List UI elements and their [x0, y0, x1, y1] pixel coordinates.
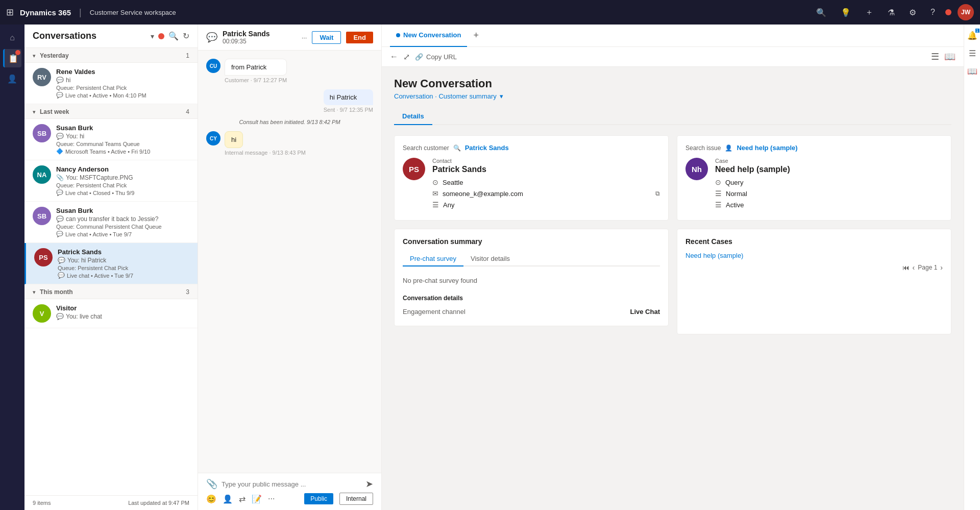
items-count: 9 items [33, 500, 51, 506]
conv-preview: 💬 You: live chat [56, 313, 189, 320]
chat-header-icon: 💬 [206, 32, 217, 43]
expand-icon[interactable]: ⤢ [403, 52, 410, 62]
book-icon[interactable]: 📖 [944, 51, 955, 62]
help-nav-icon[interactable]: ? [926, 8, 939, 17]
recent-cases-card: Recent Cases Need help (sample) ⏮ ‹ Page… [677, 229, 951, 334]
send-icon[interactable]: ➤ [365, 478, 373, 490]
next-page-icon[interactable]: › [940, 263, 943, 272]
copy-email-icon[interactable]: ⧉ [655, 190, 660, 197]
list-right-icon[interactable]: ☰ [967, 46, 978, 60]
location-icon: ⊙ [432, 178, 438, 186]
customer-bubble: from Patrick [225, 59, 287, 76]
issue-link[interactable]: Need help (sample) [737, 144, 797, 152]
conv-preview-text: You: MSFTCapture.PNG [66, 174, 133, 181]
group-lastweek[interactable]: ▾ Last week 4 [24, 104, 198, 119]
list-view-icon[interactable]: ☰ [931, 51, 939, 62]
system-message-text: Consult has been initiated. 9/13 8:42 PM [239, 119, 340, 125]
tab-add-icon[interactable]: + [473, 30, 479, 41]
end-button[interactable]: End [346, 32, 373, 43]
tab-details[interactable]: Details [394, 108, 432, 125]
top-nav: ⊞ Dynamics 365 | Customer Service worksp… [0, 0, 980, 25]
sidebar-header: Conversations ▾ 🔍 ↻ [24, 25, 198, 48]
settings-nav-icon[interactable]: ⚙ [905, 8, 920, 17]
list-item[interactable]: SB Susan Burk 💬 can you transfer it back… [24, 202, 198, 243]
more-toolbar-icon[interactable]: ··· [268, 494, 275, 503]
main-layout: ⌂ 📋 👤 Conversations ▾ 🔍 ↻ ▾ Yesterday 1 … [0, 0, 980, 510]
chat-preview-icon: 💬 [56, 133, 64, 140]
contacts-icon[interactable]: 👤 [3, 69, 21, 88]
filter-nav-icon[interactable]: ⚗ [884, 8, 899, 17]
sidebar-search-icon[interactable]: 🔍 [168, 31, 179, 41]
conv-name: Susan Burk [56, 207, 189, 214]
list-item[interactable]: V Visitor 💬 You: live chat [24, 299, 198, 328]
avatar: RV [33, 68, 51, 86]
chat-preview-icon: 💬 [56, 77, 64, 84]
agent-bubble: hi Patrick [324, 89, 373, 105]
group-thismonth[interactable]: ▾ This month 3 [24, 284, 198, 299]
grid-icon[interactable]: ⊞ [6, 7, 14, 18]
search-nav-icon[interactable]: 🔍 [812, 8, 830, 17]
customer-bubble-row: CU from Patrick Customer · 9/7 12:27 PM [206, 59, 287, 83]
status-icon: 💬 [56, 231, 63, 237]
group-yesterday-count: 1 [186, 52, 189, 59]
attach-icon[interactable]: 📎 [206, 478, 217, 490]
breadcrumb[interactable]: Conversation · Customer summary ▾ [394, 92, 951, 100]
avatar: NA [33, 165, 51, 184]
sidebar-footer: 9 items Last updated at 9:47 PM [24, 495, 198, 510]
avatar: SB [33, 207, 51, 225]
conv-name: Susan Burk [56, 124, 189, 132]
person-icon[interactable]: 👤 [223, 494, 233, 504]
transfer-icon[interactable]: ⇄ [239, 494, 246, 504]
conversations-icon[interactable]: 📋 [3, 49, 21, 67]
tab-prechat[interactable]: Pre-chat survey [403, 252, 463, 266]
list-item[interactable]: PS Patrick Sands 💬 You: hi Patrick Queue… [24, 243, 198, 284]
add-nav-icon[interactable]: ＋ [861, 7, 877, 18]
chat-preview-icon: 💬 [56, 215, 64, 223]
user-avatar[interactable]: JW [958, 4, 974, 20]
cards-row-top: Search customer 🔍 Patrick Sands PS Conta… [394, 135, 951, 221]
group-yesterday[interactable]: ▾ Yesterday 1 [24, 48, 198, 63]
sidebar-dropdown-icon[interactable]: ▾ [151, 32, 154, 40]
conv-item-details: Susan Burk 💬 You: hi Queue: Communal Tea… [56, 124, 189, 155]
note-icon[interactable]: 📝 [252, 494, 262, 504]
segment-icon: ☰ [432, 201, 439, 209]
lightbulb-icon[interactable]: 💡 [837, 8, 855, 17]
chat-toolbar: 😊 👤 ⇄ 📝 ··· Public Internal [206, 490, 373, 505]
back-icon[interactable]: ← [390, 52, 398, 61]
public-button[interactable]: Public [304, 493, 333, 504]
group-lastweek-count: 4 [186, 108, 189, 115]
chevron-down-icon: ▾ [33, 109, 36, 115]
agent-bubble-row: hi Patrick [324, 89, 373, 105]
sidebar-refresh-icon[interactable]: ↻ [183, 31, 189, 41]
more-options-icon[interactable]: ··· [302, 34, 307, 41]
wait-button[interactable]: Wait [312, 31, 341, 44]
emoji-icon[interactable]: 😊 [206, 494, 216, 504]
conv-preview-text: You: live chat [66, 313, 102, 320]
page-title: New Conversation [394, 77, 951, 90]
conv-status: 💬 Live chat • Active • Tue 9/7 [56, 231, 189, 237]
case-title: Need help (sample) [715, 165, 943, 174]
notification-icon[interactable]: 🔔 1 [965, 29, 979, 42]
internal-button[interactable]: Internal [339, 493, 373, 505]
recent-case-item[interactable]: Need help (sample) [685, 252, 943, 259]
chat-input[interactable] [222, 480, 361, 488]
conv-status: 🔷 Microsoft Teams • Active • Fri 9/10 [56, 148, 189, 155]
book-right-icon[interactable]: 📖 [965, 64, 979, 78]
first-page-icon[interactable]: ⏮ [902, 263, 910, 272]
prev-page-icon[interactable]: ‹ [913, 263, 915, 272]
home-icon[interactable]: ⌂ [3, 29, 21, 47]
list-item[interactable]: NA Nancy Anderson 📎 You: MSFTCapture.PNG… [24, 160, 198, 202]
tab-visitor[interactable]: Visitor details [463, 252, 517, 266]
list-item[interactable]: RV Rene Valdes 💬 hi Queue: Persistent Ch… [24, 63, 198, 104]
issue-search-label: Search issue [685, 144, 721, 152]
customer-link[interactable]: Patrick Sands [465, 144, 509, 152]
contact-segment-row: ☰ Any [432, 201, 660, 209]
contact-card-inner: PS Contact Patrick Sands ⊙ Seattle ✉ som… [403, 158, 660, 212]
agent-message-text: hi Patrick [330, 93, 357, 101]
status-dot[interactable] [945, 9, 951, 15]
conv-name: Rene Valdes [56, 68, 189, 76]
tab-new-conversation[interactable]: New Conversation [390, 25, 467, 47]
conv-item-details: Visitor 💬 You: live chat [56, 304, 189, 321]
list-item[interactable]: SB Susan Burk 💬 You: hi Queue: Communal … [24, 119, 198, 160]
copy-url-button[interactable]: 🔗 Copy URL [415, 53, 457, 61]
